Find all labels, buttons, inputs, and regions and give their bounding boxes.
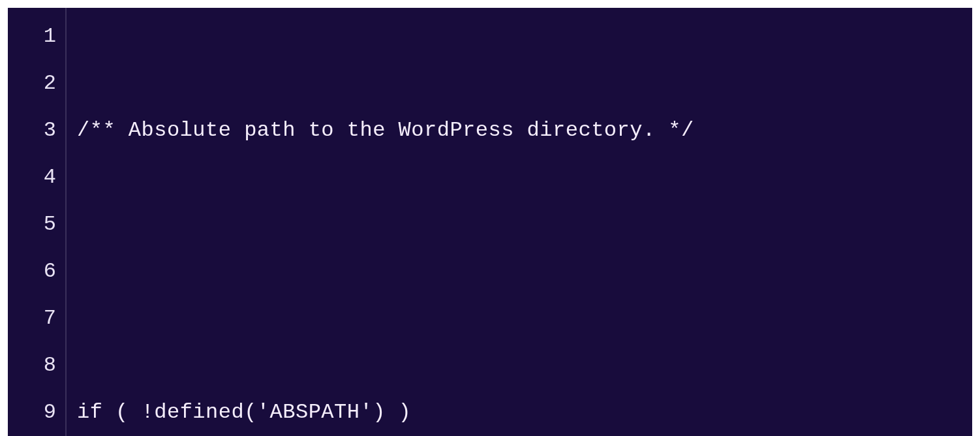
line-number: 6 xyxy=(8,248,56,295)
line-number: 2 xyxy=(8,60,56,107)
line-number: 4 xyxy=(8,154,56,201)
code-area[interactable]: /** Absolute path to the WordPress direc… xyxy=(67,8,972,436)
code-editor[interactable]: 1 2 3 4 5 6 7 8 9 /** Absolute path to t… xyxy=(8,8,972,436)
line-number-gutter: 1 2 3 4 5 6 7 8 9 xyxy=(8,8,67,436)
code-line[interactable] xyxy=(77,248,972,295)
line-number: 8 xyxy=(8,342,56,389)
line-number: 5 xyxy=(8,201,56,248)
line-number: 7 xyxy=(8,295,56,342)
line-number: 1 xyxy=(8,13,56,60)
line-number: 9 xyxy=(8,389,56,436)
code-line[interactable]: /** Absolute path to the WordPress direc… xyxy=(77,107,972,154)
line-number: 3 xyxy=(8,107,56,154)
code-line[interactable]: if ( !defined('ABSPATH') ) xyxy=(77,389,972,436)
